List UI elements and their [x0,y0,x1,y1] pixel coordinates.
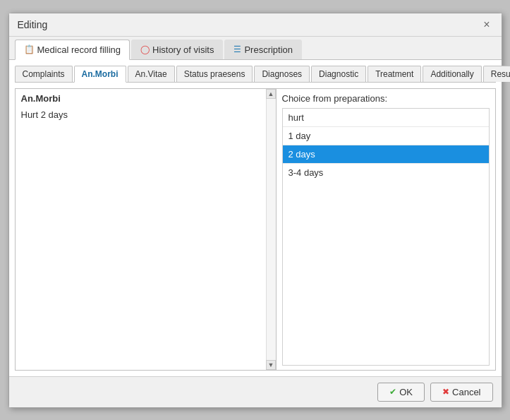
left-panel: An.Morbi Hurt 2 days ▲ ▼ [16,89,277,370]
scroll-down-arrow[interactable]: ▼ [266,360,276,370]
choice-item-1day[interactable]: 1 day [283,127,489,145]
subtab-diagnostic[interactable]: Diagnostic [311,66,366,82]
history-icon: ◯ [140,44,150,54]
ok-icon: ✔ [389,387,396,397]
main-tabs: 📋 Medical record filling ◯ History of vi… [9,37,502,60]
title-bar: Editing × [9,13,502,37]
choice-list: hurt 1 day 2 days 3-4 days [282,108,490,366]
tab-medical-record[interactable]: 📋 Medical record filling [15,40,130,60]
scroll-up-arrow[interactable]: ▲ [266,89,276,99]
cancel-icon: ✖ [442,387,449,397]
subtab-diagnoses[interactable]: Diagnoses [254,66,310,82]
choice-item-3-4days[interactable]: 3-4 days [283,164,489,181]
subtab-an-morbi[interactable]: An.Morbi [74,66,126,83]
dialog-title: Editing [18,19,48,30]
left-panel-content[interactable]: Hurt 2 days [16,107,276,370]
choice-item-2days[interactable]: 2 days [283,145,489,164]
left-panel-header: An.Morbi [16,89,276,107]
prescription-icon: ☰ [233,44,241,54]
subtab-status-praesens[interactable]: Status praesens [176,66,253,82]
tab-prescription[interactable]: ☰ Prescription [224,40,302,59]
sub-tabs: Complaints An.Morbi An.Vitae Status prae… [15,66,496,83]
close-button[interactable]: × [480,19,492,30]
ok-button[interactable]: ✔ OK [377,383,425,402]
right-panel: Choice from preparations: hurt 1 day 2 d… [277,89,495,370]
medical-record-icon: 📋 [24,44,35,54]
right-panel-header: Choice from preparations: [282,93,490,104]
subtab-result[interactable]: Result [483,66,510,82]
choice-item-hurt[interactable]: hurt [283,109,489,127]
subtab-an-vitae[interactable]: An.Vitae [128,66,175,82]
subtab-additionally[interactable]: Additionally [423,66,481,82]
subtab-treatment[interactable]: Treatment [368,66,421,82]
content-area: Complaints An.Morbi An.Vitae Status prae… [9,60,502,376]
tab-history-visits[interactable]: ◯ History of visits [131,40,223,59]
scrollbar: ▲ ▼ [266,89,276,370]
editing-dialog: Editing × 📋 Medical record filling ◯ His… [8,13,502,408]
inner-content: An.Morbi Hurt 2 days ▲ ▼ Choice from pre… [15,88,496,371]
subtab-complaints[interactable]: Complaints [15,66,73,82]
cancel-button[interactable]: ✖ Cancel [430,383,492,402]
dialog-footer: ✔ OK ✖ Cancel [9,376,502,407]
